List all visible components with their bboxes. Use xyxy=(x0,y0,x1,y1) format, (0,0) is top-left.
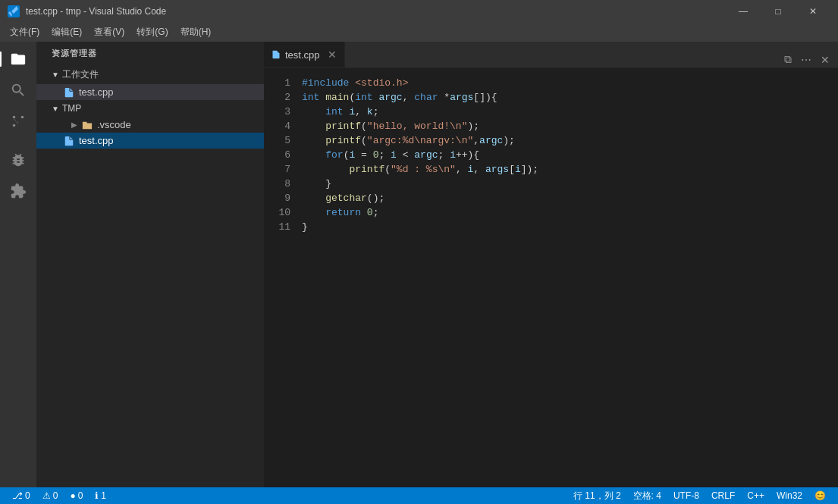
tmp-vscode-folder[interactable]: ▶ .vscode xyxy=(36,117,264,133)
status-right: 行 11，列 2 空格: 4 UTF-8 CRLF C++ Win32 😊 xyxy=(567,487,832,504)
activitybar xyxy=(0,42,36,487)
section-tmp: ▼ TMP ▶ .vscode test.cpp xyxy=(36,100,264,149)
error-count: 0 xyxy=(78,490,83,501)
info-icon: ℹ xyxy=(95,490,99,501)
sidebar: 资源管理器 ▼ 工作文件 test.cpp ▼ TMP ▶ .vscode xyxy=(36,42,264,487)
tab-close-button[interactable]: ✕ xyxy=(328,49,337,61)
menu-view[interactable]: 查看(V) xyxy=(88,24,130,40)
section-workfiles-label: 工作文件 xyxy=(62,68,99,81)
chevron-down-icon-2: ▼ xyxy=(52,105,59,113)
minimize-button[interactable]: — xyxy=(726,0,761,23)
status-warnings[interactable]: ⚠ 0 xyxy=(36,487,64,504)
svg-point-1 xyxy=(21,116,24,119)
status-language[interactable]: C++ xyxy=(741,487,771,504)
section-tmp-label: TMP xyxy=(62,103,81,114)
status-git[interactable]: ⎇ 0 xyxy=(6,487,36,504)
status-encoding[interactable]: UTF-8 xyxy=(667,487,705,504)
window-title: test.cpp - tmp - Visual Studio Code xyxy=(26,6,726,17)
encoding-text: UTF-8 xyxy=(673,490,699,501)
sidebar-title: 资源管理器 xyxy=(36,42,264,65)
close-button[interactable]: ✕ xyxy=(796,0,830,23)
status-indent[interactable]: 空格: 4 xyxy=(627,487,667,504)
close-editor-button[interactable]: ✕ xyxy=(816,52,834,67)
activity-git[interactable] xyxy=(5,108,32,135)
workfile-test-cpp[interactable]: test.cpp xyxy=(36,84,264,100)
status-errors[interactable]: ● 0 xyxy=(64,487,89,504)
chevron-right-icon: ▶ xyxy=(71,121,77,129)
warning-icon: ⚠ xyxy=(42,490,51,501)
activity-extensions[interactable] xyxy=(5,177,32,205)
smiley-icon: 😊 xyxy=(814,490,826,501)
statusbar: ⎇ 0 ⚠ 0 ● 0 ℹ 1 行 11，列 2 空格: 4 UTF-8 CRL… xyxy=(0,487,838,504)
language-text: C++ xyxy=(747,490,764,501)
code-content[interactable]: #include <stdio.h> int main(int argc, ch… xyxy=(302,68,830,487)
window-controls: — □ ✕ xyxy=(726,0,830,23)
vscode-folder-name: .vscode xyxy=(97,119,131,130)
svg-point-2 xyxy=(13,124,16,127)
activity-debug[interactable] xyxy=(5,146,32,174)
activity-search[interactable] xyxy=(5,77,32,104)
git-branch-icon: ⎇ xyxy=(12,490,23,501)
error-icon: ● xyxy=(70,490,75,501)
editor-tabs: test.cpp ✕ ⧉ ⋯ ✕ xyxy=(264,42,838,68)
tmp-test-name: test.cpp xyxy=(79,135,114,146)
status-eol[interactable]: CRLF xyxy=(705,487,741,504)
tab-controls: ⧉ ⋯ ✕ xyxy=(780,52,838,67)
svg-point-0 xyxy=(13,116,16,119)
titlebar: test.cpp - tmp - Visual Studio Code — □ … xyxy=(0,0,838,23)
app-icon xyxy=(8,5,20,17)
menu-goto[interactable]: 转到(G) xyxy=(130,24,174,40)
status-feedback[interactable]: 😊 xyxy=(808,487,832,504)
cpp-file-icon xyxy=(64,87,74,98)
status-info[interactable]: ℹ 1 xyxy=(89,487,112,504)
indent-text: 空格: 4 xyxy=(633,490,661,502)
code-editor: 1 2 3 4 5 6 7 8 9 10 11 #include <stdio.… xyxy=(264,68,838,487)
status-left: ⎇ 0 ⚠ 0 ● 0 ℹ 1 xyxy=(6,487,112,504)
tmp-test-cpp[interactable]: test.cpp xyxy=(36,133,264,149)
eol-text: CRLF xyxy=(711,490,735,501)
cpp-file-icon-2 xyxy=(64,136,74,146)
tab-test-cpp[interactable]: test.cpp ✕ xyxy=(264,42,345,67)
git-status: 0 xyxy=(25,490,30,501)
editor-area: test.cpp ✕ ⧉ ⋯ ✕ 1 2 3 4 5 6 7 8 9 10 xyxy=(264,42,838,487)
folder-icon xyxy=(82,120,93,130)
more-actions-button[interactable]: ⋯ xyxy=(796,52,816,67)
vertical-scrollbar[interactable] xyxy=(830,68,838,487)
menu-help[interactable]: 帮助(H) xyxy=(174,24,218,40)
chevron-down-icon: ▼ xyxy=(52,70,59,79)
section-workfiles-header[interactable]: ▼ 工作文件 xyxy=(36,65,264,84)
split-editor-button[interactable]: ⧉ xyxy=(780,52,796,67)
info-count: 1 xyxy=(101,490,106,501)
platform-text: Win32 xyxy=(777,490,802,501)
menu-edit[interactable]: 编辑(E) xyxy=(46,24,88,40)
section-workfiles: ▼ 工作文件 test.cpp xyxy=(36,65,264,100)
status-platform[interactable]: Win32 xyxy=(771,487,808,504)
menubar: 文件(F) 编辑(E) 查看(V) 转到(G) 帮助(H) xyxy=(0,23,838,42)
warning-count: 0 xyxy=(53,490,58,501)
activity-explorer[interactable] xyxy=(5,45,32,73)
tab-file-icon xyxy=(271,50,281,59)
menu-file[interactable]: 文件(F) xyxy=(4,24,46,40)
line-numbers: 1 2 3 4 5 6 7 8 9 10 11 xyxy=(264,68,302,487)
position-text: 行 11，列 2 xyxy=(573,490,621,502)
status-position[interactable]: 行 11，列 2 xyxy=(567,487,627,504)
tab-filename: test.cpp xyxy=(285,49,320,61)
workfile-name: test.cpp xyxy=(79,86,114,98)
main-layout: 资源管理器 ▼ 工作文件 test.cpp ▼ TMP ▶ .vscode xyxy=(0,42,838,487)
section-tmp-header[interactable]: ▼ TMP xyxy=(36,100,264,117)
maximize-button[interactable]: □ xyxy=(761,0,796,23)
